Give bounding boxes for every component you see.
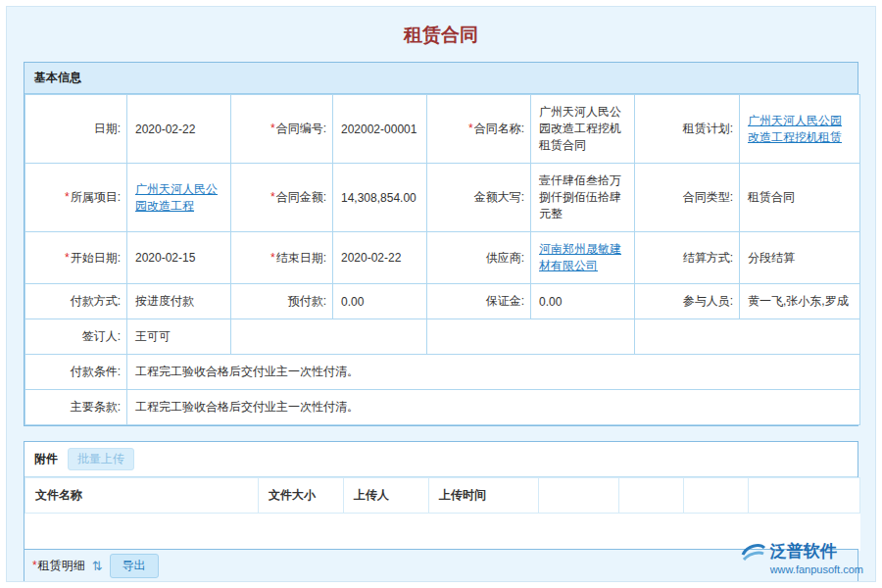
- payment-method-value: 按进度付款: [127, 284, 231, 319]
- date-label-text: 日期:: [94, 122, 121, 135]
- main-clauses-value: 工程完工验收合格后交付业主一次性付清。: [127, 390, 860, 425]
- contract-no-value: 202002-00001: [333, 95, 427, 164]
- lease-detail-label: *租赁明细: [32, 558, 85, 574]
- signer-label: 签订人:: [25, 319, 127, 355]
- contract-amount-label: *合同金额:: [231, 164, 333, 232]
- contract-type-label-text: 合同类型:: [683, 190, 733, 204]
- deposit-label: 保证金:: [427, 284, 531, 319]
- project-label: *所属项目:: [25, 164, 127, 232]
- lease-plan-link[interactable]: 广州天河人民公园改造工程挖机租赁: [748, 114, 842, 144]
- page-title: 租赁合同: [7, 23, 875, 48]
- amount-in-words-label: 金额大写:: [427, 164, 531, 232]
- end-date-label: *结束日期:: [231, 232, 333, 284]
- empty-cell: [231, 319, 427, 355]
- attachments-empty-cell: [25, 514, 860, 551]
- contract-type-label: 合同类型:: [635, 164, 740, 232]
- required-marker: *: [65, 251, 70, 265]
- col-file-size: 文件大小: [259, 478, 344, 514]
- payment-method-label-text: 付款方式:: [71, 294, 121, 308]
- basic-row-4: 付款方式: 按进度付款 预付款: 0.00 保证金: 0.00 参与人员: 黄一…: [25, 284, 860, 319]
- sort-icon[interactable]: ⇅: [92, 560, 103, 572]
- contract-amount-value: 14,308,854.00: [333, 164, 427, 232]
- signer-value: 王可可: [127, 319, 231, 355]
- col-extra-3: [684, 478, 749, 514]
- supplier-label-text: 供应商:: [486, 251, 524, 265]
- advance-payment-label: 预付款:: [231, 284, 333, 319]
- project-cell: 广州天河人民公园改造工程: [127, 164, 231, 232]
- attachments-section-title: 附件: [34, 451, 58, 467]
- col-file-name: 文件名称: [25, 478, 259, 514]
- brand-url: www.fanpusoft.com: [741, 564, 863, 575]
- basic-info-panel: 基本信息 日期: 2020-02-22 *合同编号: 202002-00001 …: [24, 62, 858, 426]
- attachments-header-bar: 附件 批量上传: [24, 442, 858, 477]
- basic-row-2: *所属项目: 广州天河人民公园改造工程 *合同金额: 14,308,854.00…: [25, 164, 860, 232]
- required-marker: *: [32, 559, 37, 572]
- payment-terms-label-text: 付款条件:: [71, 365, 121, 378]
- payment-method-label: 付款方式:: [25, 284, 127, 319]
- supplier-cell: 河南郑州晟敏建材有限公司: [531, 232, 635, 284]
- supplier-label: 供应商:: [427, 232, 531, 284]
- contract-no-label: *合同编号:: [231, 95, 333, 164]
- start-date-label: *开始日期:: [25, 232, 127, 284]
- brand-logo: 泛普软件 www.fanpusoft.com: [741, 540, 863, 575]
- attachments-table: 文件名称 文件大小 上传人 上传时间: [24, 477, 860, 551]
- participants-label-text: 参与人员:: [683, 294, 733, 308]
- lease-detail-bar: *租赁明细 ⇅ 导出: [24, 549, 858, 581]
- batch-upload-button[interactable]: 批量上传: [68, 448, 134, 470]
- required-marker: *: [468, 122, 473, 135]
- amount-in-words-value: 壹仟肆佰叁拾万捌仟捌佰伍拾肆元整: [531, 164, 635, 232]
- attachments-empty-row: [25, 514, 860, 551]
- main-clauses-label-text: 主要条款:: [71, 400, 121, 414]
- col-extra-1: [539, 478, 619, 514]
- fanpu-logo-icon: [741, 541, 766, 563]
- basic-row-5: 签订人: 王可可: [25, 319, 860, 355]
- settlement-method-label-text: 结算方式:: [683, 251, 733, 265]
- signer-label-text: 签订人:: [82, 329, 121, 343]
- settlement-method-label: 结算方式:: [635, 232, 740, 284]
- page-container: 租赁合同 基本信息 日期: 2020-02-22 *合同编号: 202002-0…: [6, 6, 876, 582]
- basic-info-table: 日期: 2020-02-22 *合同编号: 202002-00001 *合同名称…: [24, 94, 860, 425]
- empty-cell: [427, 319, 635, 355]
- required-marker: *: [270, 251, 275, 265]
- lease-plan-label-text: 租赁计划:: [683, 122, 733, 135]
- main-clauses-label: 主要条款:: [25, 390, 127, 425]
- participants-value: 黄一飞,张小东,罗成: [740, 284, 860, 319]
- advance-payment-value: 0.00: [333, 284, 427, 319]
- col-upload-time: 上传时间: [429, 478, 539, 514]
- contract-name-label: *合同名称:: [427, 95, 531, 164]
- payment-terms-label: 付款条件:: [25, 355, 127, 390]
- start-date-label-text: 开始日期:: [71, 251, 121, 265]
- col-extra-4: [749, 478, 860, 514]
- brand-name: 泛普软件: [770, 540, 837, 563]
- brand-logo-top: 泛普软件: [741, 540, 863, 563]
- project-label-text: 所属项目:: [71, 190, 121, 204]
- participants-label: 参与人员:: [635, 284, 740, 319]
- supplier-link[interactable]: 河南郑州晟敏建材有限公司: [539, 242, 621, 272]
- basic-row-7: 主要条款: 工程完工验收合格后交付业主一次性付清。: [25, 390, 860, 425]
- basic-row-6: 付款条件: 工程完工验收合格后交付业主一次性付清。: [25, 355, 860, 390]
- contract-type-value: 租赁合同: [740, 164, 860, 232]
- contract-no-label-text: 合同编号:: [276, 122, 326, 135]
- contract-amount-label-text: 合同金额:: [276, 190, 326, 204]
- export-button[interactable]: 导出: [110, 554, 159, 578]
- basic-row-1: 日期: 2020-02-22 *合同编号: 202002-00001 *合同名称…: [25, 95, 860, 164]
- settlement-method-value: 分段结算: [740, 232, 860, 284]
- empty-cell: [635, 319, 860, 355]
- amount-in-words-label-text: 金额大写:: [474, 190, 524, 204]
- payment-terms-value: 工程完工验收合格后交付业主一次性付清。: [127, 355, 860, 390]
- project-link[interactable]: 广州天河人民公园改造工程: [135, 182, 218, 213]
- contract-name-label-text: 合同名称:: [474, 122, 524, 135]
- end-date-label-text: 结束日期:: [276, 251, 326, 265]
- end-date-value: 2020-02-22: [333, 232, 427, 284]
- start-date-value: 2020-02-15: [127, 232, 231, 284]
- attachments-panel: 附件 批量上传 文件名称 文件大小 上传人 上传时间: [24, 441, 858, 552]
- required-marker: *: [65, 190, 70, 204]
- required-marker: *: [270, 122, 275, 135]
- deposit-value: 0.00: [531, 284, 635, 319]
- col-extra-2: [619, 478, 684, 514]
- lease-plan-cell: 广州天河人民公园改造工程挖机租赁: [740, 95, 860, 164]
- attachments-header-row: 文件名称 文件大小 上传人 上传时间: [25, 478, 860, 514]
- date-value: 2020-02-22: [127, 95, 231, 164]
- contract-name-value: 广州天河人民公园改造工程挖机租赁合同: [531, 95, 635, 164]
- required-marker: *: [270, 190, 275, 204]
